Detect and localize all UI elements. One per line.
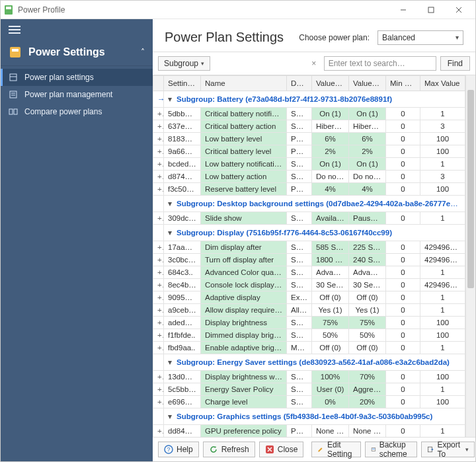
power-plan-select[interactable]: Balanced ▾ [377, 30, 463, 45]
table-row[interactable]: +9a66d8..Critical battery levelPercentag… [153, 145, 465, 158]
refresh-icon [209, 445, 218, 454]
expand-row-button[interactable]: + [153, 329, 164, 342]
expand-row-button[interactable]: + [153, 120, 164, 133]
scrollbar[interactable] [465, 75, 475, 437]
table-row[interactable]: +dd848b..GPU preference policyPolicy to … [153, 425, 465, 438]
cell-value-b: 75% [349, 317, 386, 329]
edit-setting-button[interactable]: Edit Setting [311, 442, 360, 457]
cell-name: Low battery action [201, 171, 287, 183]
table-row[interactable]: +f3c5027..Reserve battery levelPercentag… [153, 183, 465, 196]
table-group-header[interactable]: ▾Subgroup: Display (7516b95f-f776-4464-8… [153, 225, 465, 241]
minimize-button[interactable] [389, 1, 417, 19]
close-window-button[interactable] [445, 1, 473, 19]
expand-row-button[interactable]: + [153, 383, 164, 396]
table-row[interactable]: +e69653..Charge levelSpecifies battery c… [153, 396, 465, 408]
power-plan-selected: Balanced [382, 33, 415, 42]
clear-search-button[interactable]: × [308, 59, 320, 68]
expand-row-button[interactable]: + [153, 279, 164, 291]
find-button[interactable]: Find [440, 56, 470, 71]
expand-row-button[interactable]: + [153, 371, 164, 383]
table-row[interactable]: +684c3..Advanced Color qualit…Specify th… [153, 266, 465, 279]
cell-max: 1 [420, 304, 465, 317]
col-value[interactable]: Value … [312, 76, 349, 91]
col-name[interactable]: Name [201, 76, 287, 91]
table-row[interactable]: +bcded9..Low battery notificationSpecify… [153, 158, 465, 171]
sidebar-item-power-plan-settings[interactable]: Power plan settings [1, 69, 153, 86]
bottom-toolbar: ? Help Refresh Close Edit Setting Backup… [153, 437, 475, 461]
expand-row-button[interactable]: + [153, 108, 164, 120]
table-row[interactable]: +5c5bb3..Energy Saver PolicySpecifies th… [153, 383, 465, 396]
search-placeholder: Enter text to search… [329, 59, 405, 68]
expand-row-button[interactable]: + [153, 425, 164, 438]
expand-row-button[interactable]: + [153, 183, 164, 196]
cell-value-b: 2% [349, 145, 386, 158]
table-row[interactable]: +fbd9aa..Enable adaptive bright…Monitors… [153, 342, 465, 354]
col-min[interactable]: Min Va… [386, 76, 420, 91]
expand-row-button[interactable]: + [153, 291, 164, 304]
table-group-header[interactable]: ▾Subgroup: Energy Saver settings (de8309… [153, 354, 465, 371]
close-icon [265, 445, 274, 454]
chevron-down-icon: ▾ [201, 60, 204, 67]
expand-row-button[interactable]: + [153, 254, 164, 266]
cell-setting-id: 309dce.. [164, 212, 201, 225]
refresh-button[interactable]: Refresh [203, 442, 255, 457]
maximize-button[interactable] [417, 1, 445, 19]
scrollbar-thumb[interactable] [467, 90, 474, 288]
expand-row-button[interactable]: + [153, 342, 164, 354]
expand-row-button[interactable]: + [153, 266, 164, 279]
expand-row-button[interactable]: + [153, 133, 164, 145]
expand-row-button[interactable]: + [153, 145, 164, 158]
table-group-header[interactable]: →▾Subgroup: Battery (e73a048d-bf27-4f12-… [153, 91, 465, 108]
table-row[interactable]: +5dbb7c..Critical battery notifica…Speci… [153, 108, 465, 120]
table-row[interactable]: +8ec4b3..Console lock display of…Specifi… [153, 279, 465, 291]
help-button[interactable]: ? Help [158, 442, 199, 457]
table-row[interactable]: +a9ceb8..Allow display required …Allow p… [153, 304, 465, 317]
table-row[interactable]: +309dce..Slide showSpecify when you wan…… [153, 212, 465, 225]
expand-row-button[interactable]: + [153, 212, 164, 225]
sidebar-item-compare-power-plans[interactable]: Compare power plans [1, 103, 153, 120]
table-row[interactable]: +637ea0..Critical battery actionSpecify … [153, 120, 465, 133]
table-row[interactable]: +13d098..Display brightness weig…Specifi… [153, 371, 465, 383]
table-group-header[interactable]: ▾Subgroup: Graphics settings (5fb4938d-1… [153, 408, 465, 425]
table-row[interactable]: +f1fbfde..Dimmed display brightn…Specify… [153, 329, 465, 342]
expand-row-button[interactable]: + [153, 171, 164, 183]
cell-min: 0 [386, 171, 420, 183]
cell-min: 0 [386, 108, 420, 120]
sidebar-item-power-plan-management[interactable]: Power plan management [1, 86, 153, 103]
cell-min: 0 [386, 291, 420, 304]
cell-value-b: None (0) [349, 425, 386, 438]
cell-setting-id: 13d098.. [164, 371, 201, 383]
expand-row-button[interactable]: + [153, 396, 164, 408]
cell-value: 4% [312, 183, 349, 196]
col-setting-id[interactable]: Setting Id [164, 76, 201, 91]
sidebar-heading[interactable]: Power Settings ˄ [1, 40, 153, 66]
search-input[interactable]: Enter text to search… [324, 56, 436, 71]
table-row[interactable]: +3c0bc02..Turn off display afterSpecify … [153, 254, 465, 266]
power-settings-icon [9, 46, 22, 59]
hamburger-button[interactable] [1, 19, 153, 40]
export-to-button[interactable]: Export To ▾ [421, 442, 475, 457]
col-max[interactable]: Max Value [420, 76, 465, 91]
col-description[interactable]: Description [287, 76, 312, 91]
table-row[interactable]: +17aaa2..Dim display afterSpecify how lo… [153, 241, 465, 254]
cell-name: Console lock display of… [201, 279, 287, 291]
table-row[interactable]: +aded5e..Display brightnessSpecify the n… [153, 317, 465, 329]
sidebar: Power Settings ˄ Power plan settingsPowe… [1, 19, 153, 461]
cell-description: Percentage of battery… [287, 145, 312, 158]
cell-value: 75% [312, 317, 349, 329]
backup-scheme-button[interactable]: Backup scheme [365, 442, 417, 457]
table-row[interactable]: +d8742d..Low battery actionSpecify the a… [153, 171, 465, 183]
cell-description: Specifies console lock … [287, 279, 312, 291]
cell-setting-id: 90959d.. [164, 291, 201, 304]
expand-row-button[interactable]: + [153, 304, 164, 317]
cell-min: 0 [386, 120, 420, 133]
expand-row-button[interactable]: + [153, 241, 164, 254]
expand-row-button[interactable]: + [153, 317, 164, 329]
table-group-header[interactable]: ▾Subgroup: Desktop background settings (… [153, 196, 465, 212]
subgroup-filter-button[interactable]: Subgroup ▾ [158, 56, 210, 71]
col-value-b[interactable]: Value … [349, 76, 386, 91]
table-row[interactable]: +8183ba..Low battery levelPercentage of … [153, 133, 465, 145]
close-button[interactable]: Close [259, 442, 304, 457]
table-row[interactable]: +90959d..Adaptive displayExtends the tim… [153, 291, 465, 304]
expand-row-button[interactable]: + [153, 158, 164, 171]
